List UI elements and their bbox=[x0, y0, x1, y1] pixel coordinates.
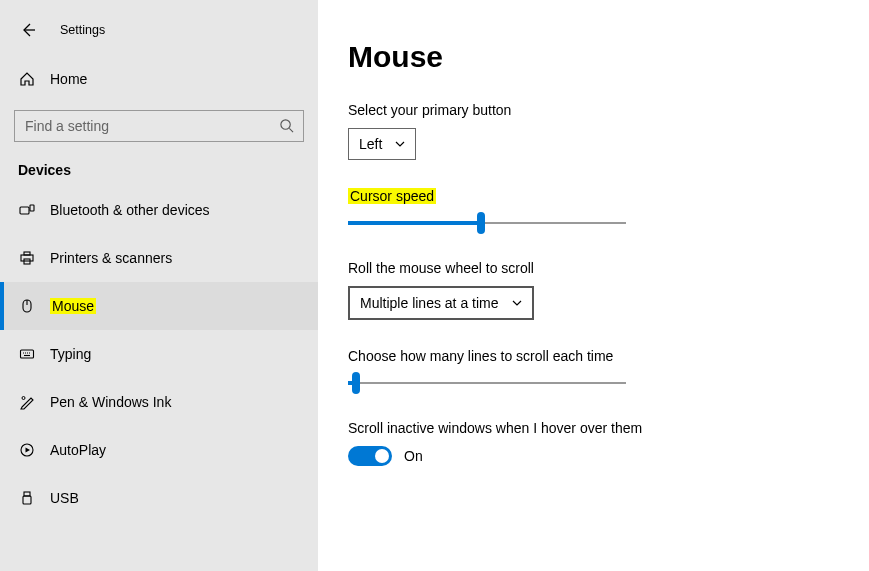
sidebar-item-bluetooth[interactable]: Bluetooth & other devices bbox=[0, 186, 318, 234]
svg-rect-16 bbox=[23, 496, 31, 504]
arrow-left-icon bbox=[20, 22, 36, 38]
wheel-mode-label: Roll the mouse wheel to scroll bbox=[348, 260, 839, 276]
nav-list: Bluetooth & other devices Printers & sca… bbox=[0, 186, 318, 522]
keyboard-icon bbox=[18, 346, 36, 362]
svg-rect-5 bbox=[24, 252, 30, 255]
sidebar: Settings Home Devices Bluetooth & other … bbox=[0, 0, 318, 571]
slider-thumb[interactable] bbox=[352, 372, 360, 394]
bluetooth-icon bbox=[18, 202, 36, 218]
lines-per-scroll-label: Choose how many lines to scroll each tim… bbox=[348, 348, 839, 364]
back-button[interactable] bbox=[18, 20, 38, 40]
home-link[interactable]: Home bbox=[0, 60, 318, 98]
cursor-speed-label: Cursor speed bbox=[348, 188, 839, 204]
autoplay-icon bbox=[18, 442, 36, 458]
search-input[interactable] bbox=[14, 110, 304, 142]
page-title: Mouse bbox=[348, 40, 839, 74]
sidebar-item-label: USB bbox=[50, 490, 79, 506]
wheel-mode-block: Roll the mouse wheel to scroll Multiple … bbox=[348, 260, 839, 320]
sidebar-item-printers[interactable]: Printers & scanners bbox=[0, 234, 318, 282]
wheel-mode-value: Multiple lines at a time bbox=[360, 295, 499, 311]
inactive-scroll-block: Scroll inactive windows when I hover ove… bbox=[348, 420, 839, 466]
sidebar-item-typing[interactable]: Typing bbox=[0, 330, 318, 378]
svg-rect-2 bbox=[20, 207, 29, 214]
sidebar-item-label: AutoPlay bbox=[50, 442, 106, 458]
sidebar-item-autoplay[interactable]: AutoPlay bbox=[0, 426, 318, 474]
primary-button-block: Select your primary button Left bbox=[348, 102, 839, 160]
printer-icon bbox=[18, 250, 36, 266]
lines-per-scroll-block: Choose how many lines to scroll each tim… bbox=[348, 348, 839, 392]
toggle-knob bbox=[375, 449, 389, 463]
svg-rect-9 bbox=[21, 350, 34, 358]
cursor-speed-block: Cursor speed bbox=[348, 188, 839, 232]
section-title: Devices bbox=[18, 162, 318, 178]
main-panel: Mouse Select your primary button Left Cu… bbox=[318, 0, 869, 571]
sidebar-item-label: Typing bbox=[50, 346, 91, 362]
primary-button-label: Select your primary button bbox=[348, 102, 839, 118]
sidebar-item-mouse[interactable]: Mouse bbox=[0, 282, 318, 330]
slider-thumb[interactable] bbox=[477, 212, 485, 234]
primary-button-value: Left bbox=[359, 136, 382, 152]
search-icon bbox=[279, 118, 294, 133]
home-label: Home bbox=[50, 71, 87, 87]
lines-per-scroll-slider[interactable] bbox=[348, 374, 626, 392]
primary-button-select[interactable]: Left bbox=[348, 128, 416, 160]
svg-point-0 bbox=[281, 120, 290, 129]
svg-line-1 bbox=[289, 128, 293, 132]
pen-icon bbox=[18, 394, 36, 410]
inactive-scroll-label: Scroll inactive windows when I hover ove… bbox=[348, 420, 839, 436]
sidebar-item-label: Pen & Windows Ink bbox=[50, 394, 171, 410]
svg-marker-14 bbox=[26, 448, 31, 453]
sidebar-item-pen[interactable]: Pen & Windows Ink bbox=[0, 378, 318, 426]
wheel-mode-select[interactable]: Multiple lines at a time bbox=[348, 286, 534, 320]
svg-rect-15 bbox=[24, 492, 30, 496]
svg-rect-4 bbox=[21, 255, 33, 261]
chevron-down-icon bbox=[512, 298, 522, 308]
sidebar-item-usb[interactable]: USB bbox=[0, 474, 318, 522]
home-icon bbox=[18, 71, 36, 87]
slider-fill bbox=[348, 221, 481, 225]
search-box[interactable] bbox=[14, 110, 304, 142]
sidebar-item-label: Mouse bbox=[50, 298, 96, 314]
inactive-scroll-state: On bbox=[404, 448, 423, 464]
mouse-icon bbox=[18, 298, 36, 314]
topbar: Settings bbox=[0, 10, 318, 50]
usb-icon bbox=[18, 490, 36, 506]
chevron-down-icon bbox=[395, 139, 405, 149]
svg-rect-3 bbox=[30, 205, 34, 211]
inactive-scroll-toggle[interactable] bbox=[348, 446, 392, 466]
sidebar-item-label: Printers & scanners bbox=[50, 250, 172, 266]
slider-track bbox=[348, 382, 626, 384]
sidebar-item-label: Bluetooth & other devices bbox=[50, 202, 210, 218]
cursor-speed-slider[interactable] bbox=[348, 214, 626, 232]
svg-point-12 bbox=[22, 397, 25, 400]
app-title: Settings bbox=[60, 23, 105, 37]
